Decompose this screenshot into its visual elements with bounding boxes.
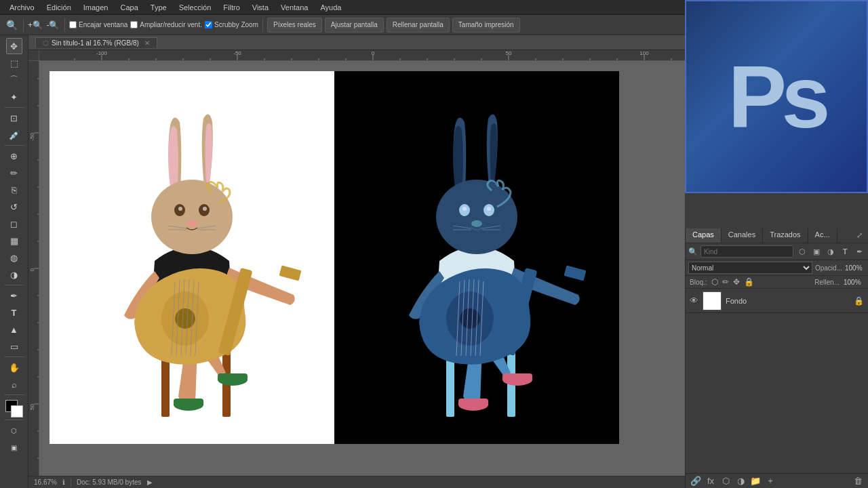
lock-transparent-icon[interactable]: ⬡ [711,277,718,287]
svg-point-25 [186,220,197,227]
lock-all-icon[interactable]: 🔒 [744,277,754,287]
layer-fx-btn[interactable]: fx [705,475,717,487]
menu-imagen[interactable]: Imagen [78,2,114,13]
hand-tool[interactable]: ✋ [6,359,22,375]
ampliar-checkbox[interactable] [130,21,138,28]
lock-position-icon[interactable]: ✥ [733,277,740,287]
status-sep [71,479,71,487]
canvas-wrapper[interactable]: RAMO NES [28,61,685,476]
pixeles-reales-btn[interactable]: Píxeles reales [267,18,322,33]
lock-bar: Bloq.: ⬡ ✏ ✥ 🔒 Rellen... 100% [686,276,868,289]
menu-capa[interactable]: Capa [115,2,143,13]
menu-type[interactable]: Type [145,2,172,13]
ruler-row [28,50,685,61]
panel-expand-btn[interactable]: ⤢ [853,230,865,242]
healing-tool[interactable]: ⊕ [6,148,22,164]
svg-point-23 [178,207,182,211]
layer-mask-btn[interactable]: ⬡ [719,475,732,487]
rabbit-white-svg: RAMO NES [50,71,334,444]
layer-eye-icon[interactable]: 👁 [690,296,698,306]
history-brush-tool[interactable]: ↺ [6,199,22,215]
eraser-tool[interactable]: ◻ [6,216,22,232]
path-select-tool[interactable]: ▲ [6,321,22,338]
select-rect-tool[interactable]: ⬚ [6,55,22,71]
brush-tool[interactable]: ✏ [6,165,22,181]
menu-ayuda[interactable]: Ayuda [315,2,347,13]
tab-canales[interactable]: Canales [722,228,763,243]
layers-search-bar: 🔍 ⬡ ▣ ◑ T ✒ [686,243,868,260]
menu-edicion[interactable]: Edición [41,2,77,13]
menu-seleccion[interactable]: Selección [174,2,217,13]
ampliar-checkbox-label[interactable]: Ampliar/reducir vent. [130,21,202,28]
layer-type-icon[interactable]: ⬡ [796,245,808,258]
svg-point-54 [487,207,491,211]
eyedropper-tool[interactable]: 💉 [6,127,22,143]
kind-search-input[interactable] [701,245,793,258]
svg-point-53 [462,207,467,211]
layer-item-fondo[interactable]: 👁 Fondo 🔒 [686,289,868,313]
gradient-tool[interactable]: ▦ [6,232,22,249]
relleno-value: 100% [844,279,864,286]
layer-link-btn[interactable]: 🔗 [690,475,702,487]
layer-group-btn[interactable]: 📁 [749,475,762,487]
blend-mode-select[interactable]: Normal Multiplicar Pantalla [688,262,812,274]
doc-close-icon[interactable]: ✕ [144,39,150,47]
doc-icon: ⬡ [43,39,49,47]
color-boxes[interactable] [5,400,23,418]
svg-point-50 [436,180,517,254]
lasso-tool[interactable]: ⌒ [6,72,22,88]
tab-ac[interactable]: Ac... [808,228,837,243]
blur-tool[interactable]: ◍ [6,249,22,266]
scrubby-checkbox[interactable] [205,21,212,28]
encajar-checkbox[interactable] [69,21,77,28]
info-icon[interactable]: ℹ [62,479,65,486]
layer-text-icon[interactable]: T [840,245,851,258]
layer-vector-icon[interactable]: ✒ [854,245,865,258]
zoom-tool-icon[interactable]: 🔍 [4,18,19,33]
background-color[interactable] [11,405,23,418]
pen-tool[interactable]: ✒ [6,287,22,304]
crop-tool[interactable]: ⊡ [6,110,22,126]
zoom-in-btn[interactable]: +🔍 [28,18,43,33]
text-tool[interactable]: T [6,304,22,321]
encajar-checkbox-label[interactable]: Encajar ventana [69,21,127,28]
layer-adj-btn[interactable]: ◑ [734,475,747,487]
rellenar-pantalla-btn[interactable]: Rellenar pantalla [387,18,450,33]
tool-sep-1 [4,107,24,108]
menu-vista[interactable]: Vista [247,2,274,13]
layer-adj-icon[interactable]: ◑ [825,245,836,258]
ajustar-pantalla-btn[interactable]: Ajustar pantalla [325,18,384,33]
tab-capas[interactable]: Capas [686,228,722,243]
image-panel-black: RAMO NES [334,71,619,444]
menu-filtro[interactable]: Filtro [218,2,245,13]
svg-point-55 [471,220,482,227]
lock-label: Bloq.: [690,279,707,286]
shape-tool[interactable]: ▭ [6,338,22,354]
image-panel-white: RAMO NES [50,71,334,444]
ps-letters: Ps [728,53,825,141]
scrubby-checkbox-label[interactable]: Scrubby Zoom [205,21,258,28]
magic-wand-tool[interactable]: ✦ [6,89,22,105]
move-tool[interactable]: ✥ [6,38,22,54]
doc-tab-item[interactable]: ⬡ Sin título-1 al 16.7% (RGB/8) ✕ [35,37,157,48]
zoom-tool[interactable]: ⌕ [6,376,22,392]
dodge-tool[interactable]: ◑ [6,266,22,283]
screen-mode-btn[interactable]: ▣ [6,439,22,455]
clone-stamp-tool[interactable]: ⎘ [6,182,22,198]
menu-archivo[interactable]: Archivo [4,2,40,13]
menu-ventana[interactable]: Ventana [275,2,313,13]
tamano-impresion-btn[interactable]: Tamaño impresión [452,18,520,33]
layer-name: Fondo [726,297,747,305]
quick-mask-btn[interactable]: ⬡ [6,422,22,439]
doc-tab-bar: ⬡ Sin título-1 al 16.7% (RGB/8) ✕ [28,35,685,50]
zoom-out-btn[interactable]: -🔍 [45,18,60,33]
layer-pixel-icon[interactable]: ▣ [810,245,822,258]
lock-pixels-icon[interactable]: ✏ [722,277,729,287]
nav-arrow[interactable]: ▶ [147,479,153,486]
layer-new-btn[interactable]: + [764,475,776,487]
separator-2 [64,18,65,32]
ruler-horizontal [39,50,685,61]
canvas-scroll[interactable]: RAMO NES [39,61,685,476]
layer-delete-btn[interactable]: 🗑 [852,475,864,487]
tab-trazados[interactable]: Trazados [763,228,808,243]
